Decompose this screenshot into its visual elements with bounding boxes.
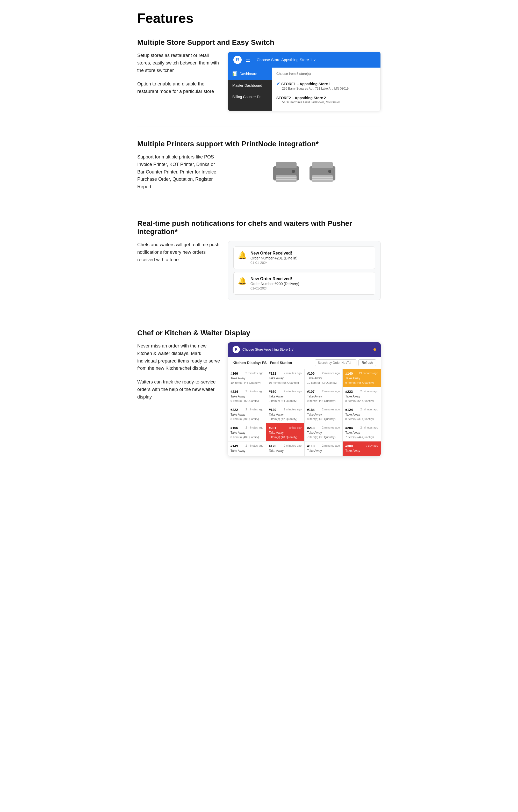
sw-sidebar-dashboard-label: Dashboard <box>239 72 257 76</box>
kitchen-text2: Waiters can track the ready-to-service o… <box>137 378 220 401</box>
kd-search-input[interactable] <box>315 359 356 366</box>
kd-items-3: 9 Item(s) (48 Quantity) <box>345 381 378 384</box>
section-printers: Multiple Printers support with PrintNode… <box>137 140 381 191</box>
kd-store-text: Choose Store Appsthing Store 1 ∨ <box>242 347 294 351</box>
kd-order-card-12: #106 2 minutes ago Take Away 8 Item(s) (… <box>228 423 266 441</box>
kd-order-card-0: #166 2 minutes ago Take Away 10 Item(s) … <box>228 369 266 387</box>
kd-items-1: 10 Item(s) (58 Quantity) <box>269 381 302 384</box>
kd-type-9: Take Away <box>269 413 302 416</box>
kd-time-10: 2 minutes ago <box>322 408 340 411</box>
kd-card-header-6: #107 2 minutes ago <box>307 390 340 394</box>
kitchen-display-visual: R Choose Store Appsthing Store 1 ∨ Kitch… <box>228 342 381 456</box>
sw-sidebar-item-billing[interactable]: Billing Counter Da... <box>228 91 272 103</box>
kd-orders-grid: #166 2 minutes ago Take Away 10 Item(s) … <box>228 369 381 456</box>
section-printers-text: Support for multiple printers like POS I… <box>137 153 220 191</box>
kd-order-num-10: #184 <box>307 408 315 412</box>
kd-type-10: Take Away <box>307 413 340 416</box>
svg-rect-2 <box>276 175 296 182</box>
kd-card-header-5: #160 2 minutes ago <box>269 390 302 394</box>
notif-card-2: 🔔 New Order Received! Order Number #200 … <box>233 272 375 295</box>
kd-type-18: Take Away <box>307 449 340 453</box>
kd-order-card-3: #140 19 minutes ago Take Away 9 Item(s) … <box>343 369 381 387</box>
bell-icon-1: 🔔 <box>238 251 247 259</box>
kd-time-0: 2 minutes ago <box>246 372 263 375</box>
svg-rect-8 <box>312 175 333 182</box>
kd-order-card-5: #160 2 minutes ago Take Away 9 Item(s) (… <box>266 387 304 405</box>
kd-time-15: 2 minutes ago <box>360 426 378 429</box>
kd-type-17: Take Away <box>269 449 302 453</box>
kd-time-14: 2 minutes ago <box>322 426 340 429</box>
svg-rect-10 <box>312 177 333 178</box>
kitchen-display-ui: R Choose Store Appsthing Store 1 ∨ Kitch… <box>228 342 381 456</box>
svg-rect-7 <box>312 162 333 168</box>
kd-order-num-4: #234 <box>231 390 238 394</box>
kd-type-8: Take Away <box>231 413 263 416</box>
kd-order-num-13: #281 <box>269 426 276 430</box>
kd-items-8: 8 Item(s) (38 Quantity) <box>231 417 263 420</box>
kd-type-15: Take Away <box>345 431 378 434</box>
kd-time-4: 2 minutes ago <box>246 390 263 393</box>
section-notifications-text: Chefs and waiters will get realtime push… <box>137 241 220 263</box>
notif-1-title: New Order Received! <box>251 251 297 256</box>
kd-items-13: 8 Item(s) (48 Quantity) <box>269 436 302 439</box>
kd-order-num-12: #106 <box>231 426 238 430</box>
notifications-ui: 🔔 New Order Received! Order Number #201 … <box>228 241 381 300</box>
kd-order-card-19: #300 a day ago Take Away <box>343 441 381 456</box>
kd-order-num-17: #175 <box>269 444 276 448</box>
kd-items-6: 9 Item(s) (48 Quantity) <box>307 399 340 402</box>
kd-order-card-15: #204 2 minutes ago Take Away 7 Item(s) (… <box>343 423 381 441</box>
kd-order-num-0: #166 <box>231 372 238 375</box>
notif-2-title: New Order Received! <box>251 277 299 281</box>
notifications-visual: 🔔 New Order Received! Order Number #201 … <box>228 241 381 300</box>
kd-type-19: Take Away <box>345 449 378 453</box>
kd-order-card-8: #222 2 minutes ago Take Away 8 Item(s) (… <box>228 405 266 423</box>
kd-card-header-14: #218 2 minutes ago <box>307 426 340 430</box>
kd-type-14: Take Away <box>307 431 340 434</box>
kd-time-8: 2 minutes ago <box>246 408 263 411</box>
sw-store-label[interactable]: Choose Store Appsthing Store 1 ∨ <box>257 57 316 62</box>
sw-sidebar: 📊 Dashboard Master Dashboard Billing Cou… <box>228 67 272 111</box>
kd-items-11: 8 Item(s) (39 Quantity) <box>345 417 378 420</box>
store-support-text2: Option to enable and disable the restaur… <box>137 80 220 95</box>
kd-time-1: 2 minutes ago <box>284 372 301 375</box>
sw-hamburger-icon: ☰ <box>246 57 251 63</box>
svg-rect-5 <box>276 179 296 180</box>
kd-order-num-1: #121 <box>269 372 276 375</box>
kd-items-15: 7 Item(s) (44 Quantity) <box>345 436 378 439</box>
kd-order-num-5: #160 <box>269 390 276 394</box>
kd-order-num-6: #107 <box>307 390 315 394</box>
kd-order-num-14: #218 <box>307 426 315 430</box>
divider-1 <box>137 126 381 127</box>
sw-body: 📊 Dashboard Master Dashboard Billing Cou… <box>228 67 380 111</box>
sw-sidebar-item-dashboard[interactable]: 📊 Dashboard <box>228 67 272 80</box>
notifications-text: Chefs and waiters will get realtime push… <box>137 241 220 263</box>
kd-search-area: Refresh <box>315 359 376 366</box>
chart-icon: 📊 <box>232 71 237 76</box>
kd-card-header-18: #118 2 minutes ago <box>307 444 340 448</box>
kd-type-16: Take Away <box>231 449 263 453</box>
kd-items-9: 8 Item(s) (42 Quantity) <box>269 417 302 420</box>
sw-sidebar-item-master[interactable]: Master Dashboard <box>228 80 272 91</box>
kd-order-num-15: #204 <box>345 426 353 430</box>
kd-type-11: Take Away <box>345 413 378 416</box>
kd-order-card-16: #149 2 minutes ago Take Away <box>228 441 266 456</box>
svg-point-9 <box>328 170 331 173</box>
sw-store-option-1[interactable]: ✔ STORE1 – Appsthing Store 1 295 Barry S… <box>276 79 376 93</box>
kd-time-7: 2 minutes ago <box>360 390 378 393</box>
kd-order-num-2: #109 <box>307 372 315 375</box>
kd-card-header-12: #106 2 minutes ago <box>231 426 263 430</box>
sw-store-option-2[interactable]: STORE2 – Appsthing Store 2 5166 Herminia… <box>276 93 376 107</box>
kd-refresh-button[interactable]: Refresh <box>358 359 376 366</box>
printers-text: Support for multiple printers like POS I… <box>137 153 220 191</box>
section-kitchen-display-content: Never miss an order with the new kitchen… <box>137 342 381 456</box>
kd-type-0: Take Away <box>231 376 263 380</box>
divider-3 <box>137 316 381 316</box>
notif-1-subtitle: Order Number #201 (Dine in) <box>251 256 297 260</box>
section-notifications: Real-time push notifications for chefs a… <box>137 219 381 300</box>
kd-card-header-15: #204 2 minutes ago <box>345 426 378 430</box>
printer-visual <box>228 153 381 190</box>
kd-card-header-13: #281 a day ago <box>269 426 302 430</box>
sw-sidebar-master-label: Master Dashboard <box>232 83 262 88</box>
bell-icon-2: 🔔 <box>238 277 247 285</box>
kd-type-3: Take Away <box>345 376 378 380</box>
